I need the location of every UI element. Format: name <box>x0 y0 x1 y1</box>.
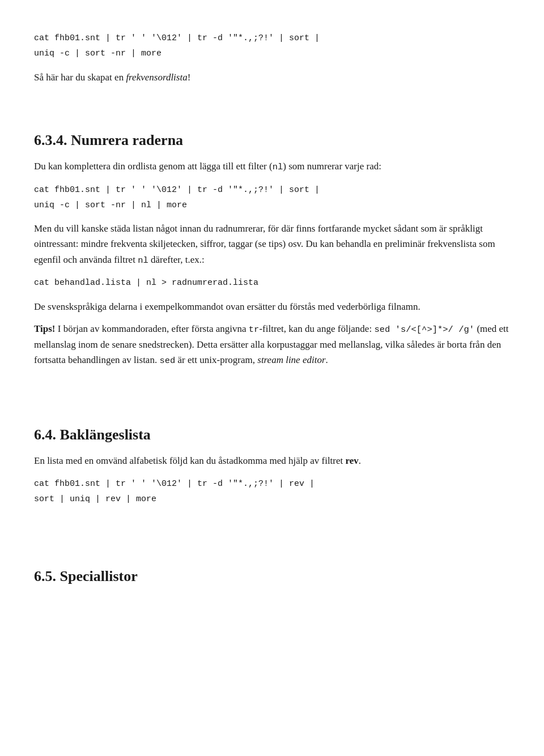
section-634-code2-text: cat behandlad.lista | nl > radnumrerad.l… <box>34 276 510 289</box>
section-634-code1-line1: cat fhb01.snt | tr ' ' '\012' | tr -d '"… <box>34 183 510 197</box>
section-64-heading: 6.4. Baklängeslista <box>34 424 510 446</box>
intro-text: Så här har du skapat en <box>34 72 126 83</box>
section-64-period: . <box>359 455 361 466</box>
section-64-para-text: En lista med en omvänd alfabetisk följd … <box>34 455 346 466</box>
section-64-code-line2: sort | uniq | rev | more <box>34 493 510 506</box>
section-634-para2-cont: därefter, t.ex.: <box>148 254 205 265</box>
section-64-rev: rev <box>346 455 359 466</box>
section-634-para1-text: Du kan komplettera din ordlista genom at… <box>34 161 273 172</box>
section-64-code-line1: cat fhb01.snt | tr ' ' '\012' | tr -d '"… <box>34 477 510 490</box>
intro-italic: frekvensordlista <box>126 72 187 83</box>
section-634-code1-line2: uniq -c | sort -nr | nl | more <box>34 199 510 212</box>
page-content: cat fhb01.snt | tr ' ' '\012' | tr -d '"… <box>34 32 510 588</box>
top-code-line2: uniq -c | sort -nr | more <box>34 47 510 60</box>
section-64-para: En lista med en omvänd alfabetisk följd … <box>34 453 510 468</box>
tips-sed-end: är ett unix-program, <box>175 354 257 365</box>
top-code-line1: cat fhb01.snt | tr ' ' '\012' | tr -d '"… <box>34 32 510 45</box>
intro-exclaim: ! <box>188 72 191 83</box>
tips-sed-italic: stream line editor <box>257 354 325 365</box>
tips-text1: I början av kommandoraden, efter första … <box>56 323 249 334</box>
intro-paragraph: Så här har du skapat en frekvensordlista… <box>34 70 510 85</box>
section-634-nl-code2: nl <box>138 255 148 266</box>
top-code-block: cat fhb01.snt | tr ' ' '\012' | tr -d '"… <box>34 32 510 61</box>
tips-paragraph: Tips! I början av kommandoraden, efter f… <box>34 321 510 368</box>
tips-sed-word: sed <box>159 356 175 366</box>
tips-sed-code: sed 's/<[^>]*>/ /g' <box>374 324 474 335</box>
tips-tr-code: tr <box>249 324 260 335</box>
section-634-code2: cat behandlad.lista | nl > radnumrerad.l… <box>34 276 510 289</box>
section-65-heading: 6.5. Speciallistor <box>34 565 510 588</box>
section-634-para1: Du kan komplettera din ordlista genom at… <box>34 159 510 174</box>
section-634-para2: Men du vill kanske städa listan något in… <box>34 221 510 267</box>
section-634-heading: 6.3.4. Numrera raderna <box>34 129 510 152</box>
section-634-nl-code: nl <box>273 162 283 172</box>
tips-sed-period: . <box>326 354 328 365</box>
section-634-para3: De svenskspråkiga delarna i exempelkomma… <box>34 299 510 314</box>
tips-label: Tips! <box>34 323 56 334</box>
section-634-code1: cat fhb01.snt | tr ' ' '\012' | tr -d '"… <box>34 183 510 212</box>
tips-middle: -filtret, kan du ange följande: <box>259 323 374 334</box>
section-64-code: cat fhb01.snt | tr ' ' '\012' | tr -d '"… <box>34 477 510 506</box>
section-634-para1-cont: ) som numrerar varje rad: <box>283 161 381 172</box>
section-634-para2-text: Men du vill kanske städa listan något in… <box>34 223 495 264</box>
